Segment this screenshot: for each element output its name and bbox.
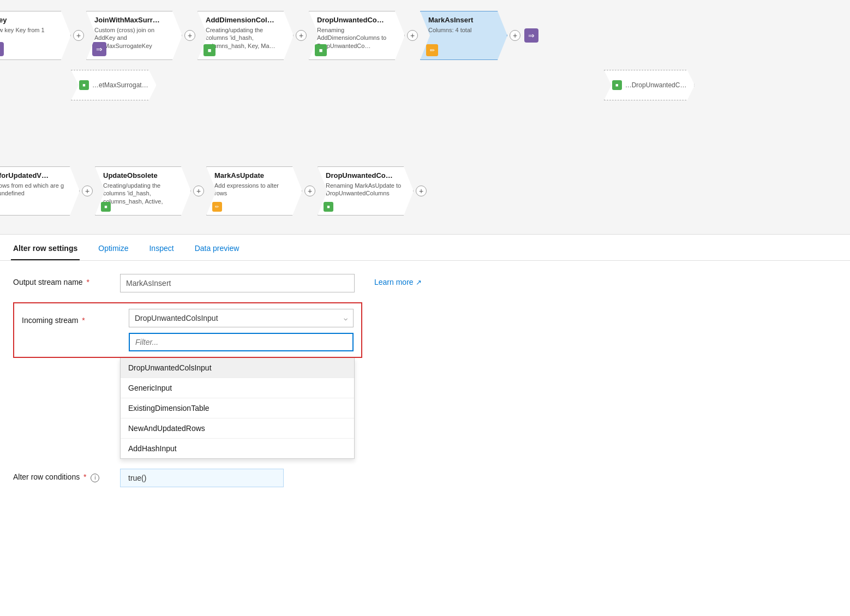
green-icon-branch1: ■ (79, 80, 89, 90)
incoming-stream-label: Incoming stream * (22, 312, 120, 325)
branch-row-1: ■ …etMaxSurrogat… ■ …DropUnwantedC… (71, 70, 695, 100)
dropdown-item-3[interactable]: NewAndUpdatedRows (121, 418, 354, 439)
plus-btn-2[interactable]: + (184, 30, 195, 41)
step-node-updateobsolete[interactable]: UpdateObsolete Creating/updating the col… (95, 166, 191, 216)
step-desc-markasinsert: Columns: 4 total (428, 26, 496, 34)
filter-input-row (22, 333, 354, 351)
dropdown-item-4[interactable]: AddHashInput (121, 439, 354, 458)
plus-btn-3[interactable]: + (296, 30, 307, 41)
plus-btn-1[interactable]: + (73, 30, 84, 41)
step-icon-dropunwanted3: ■ (324, 202, 333, 212)
step-node-forupdated[interactable]: …forUpdatedV… g rows from ed which are g… (0, 166, 80, 216)
form-area: Output stream name * Learn more ↗ Incomi… (0, 261, 850, 487)
step-node-markasinsert[interactable]: MarkAsInsert Columns: 4 total ✏ (420, 11, 507, 60)
branch-label-dropunwanted2: …DropUnwantedC… (625, 81, 687, 89)
step-icon-markasupdate: ✏ (212, 202, 222, 212)
step-title-markasinsert: MarkAsInsert (428, 16, 496, 24)
purple-icon-join: ⇒ (92, 42, 106, 56)
chevron-down-icon: ⌵ (344, 314, 348, 322)
branch-label-maxsurrogate: …etMaxSurrogat… (92, 81, 148, 89)
step-desc-forupdated: g rows from ed which are g in undefined (0, 182, 68, 198)
plus-btn-r2-2[interactable]: + (193, 186, 204, 196)
step-title-newkey: …ey (0, 16, 59, 24)
tab-inspect[interactable]: Inspect (147, 237, 176, 260)
step-node-dropunwanted1[interactable]: DropUnwantedCo… Renaming AddDimensionCol… (309, 11, 405, 60)
step-icon-dropunwanted1: ■ (315, 44, 327, 56)
incoming-stream-inner: Incoming stream * DropUnwantedColsInput … (13, 302, 362, 459)
dropdown-list: DropUnwantedColsInput GenericInput Exist… (120, 358, 355, 459)
step-title-joinwithmax: JoinWithMaxSurr… (94, 16, 171, 24)
purple-end-icon: ⇒ (524, 28, 538, 43)
info-icon: i (91, 474, 99, 482)
green-icon-updateobsolete: ■ (101, 202, 111, 212)
filter-input[interactable] (129, 333, 354, 351)
output-stream-input[interactable] (120, 274, 355, 292)
branch-node-maxsurrogate[interactable]: ■ …etMaxSurrogat… (71, 70, 157, 100)
plus-btn-r2-4[interactable]: + (416, 186, 427, 196)
step-icon-adddimension: ■ (203, 44, 216, 56)
row1-end-arrow: ⇒ (523, 11, 540, 60)
learn-more-link[interactable]: Learn more ↗ (374, 274, 422, 286)
dropdown-selected-value: DropUnwantedColsInput (135, 314, 218, 322)
green-icon-drop1: ■ (315, 44, 327, 56)
plus-btn-r2-1[interactable]: + (82, 186, 93, 196)
step-title-adddimension: AddDimensionCol… (206, 16, 282, 24)
plus-btn-4[interactable]: + (407, 30, 418, 41)
step-title-dropunwanted3: DropUnwantedCo… (326, 171, 402, 180)
plus-btn-r2-3[interactable]: + (304, 186, 315, 196)
step-node-dropunwanted3[interactable]: DropUnwantedCo… Renaming MarkAsUpdate to… (318, 166, 414, 216)
dropdown-item-2[interactable]: ExistingDimensionTable (121, 398, 354, 418)
output-stream-label: Output stream name * (13, 274, 111, 286)
tab-alter-row-settings[interactable]: Alter row settings (11, 237, 80, 260)
step-desc-adddimension: Creating/updating the columns 'id_hash, … (206, 26, 282, 50)
pipeline-row-1: …ey new key Key from 1 ⇒ + JoinWithMaxSu… (0, 11, 540, 60)
pipeline-row-2: …forUpdatedV… g rows from ed which are g… (0, 166, 429, 216)
output-stream-row: Output stream name * Learn more ↗ (13, 274, 837, 292)
incoming-stream-dropdown[interactable]: DropUnwantedColsInput ⌵ (129, 309, 354, 327)
step-icon-newkey: ⇒ (0, 42, 4, 56)
purple-icon: ⇒ (0, 42, 4, 56)
step-desc-dropunwanted1: Renaming AddDimensionColumns to DropUnwa… (317, 26, 393, 50)
orange-icon-markasupdate: ✏ (212, 202, 222, 212)
step-desc-markasupdate: Add expressions to alter rows (214, 182, 291, 198)
plus-btn-5[interactable]: + (510, 30, 520, 41)
step-desc-newkey: new key Key from 1 (0, 26, 59, 34)
step-icon-joinwithmax: ⇒ (92, 42, 106, 56)
dropdown-item-1[interactable]: GenericInput (121, 378, 354, 398)
green-icon-branch2: ■ (612, 80, 622, 90)
alter-row-conditions-value: true() (120, 469, 284, 487)
step-desc-updateobsolete: Creating/updating the columns 'id_hash, … (103, 182, 179, 205)
step-node-adddimension[interactable]: AddDimensionCol… Creating/updating the c… (197, 11, 294, 60)
pipeline-canvas: …ey new key Key from 1 ⇒ + JoinWithMaxSu… (0, 0, 850, 235)
incoming-stream-section: Incoming stream * DropUnwantedColsInput … (13, 302, 837, 459)
tabs-area: Alter row settings Optimize Inspect Data… (0, 235, 850, 261)
step-title-dropunwanted1: DropUnwantedCo… (317, 16, 393, 24)
step-title-markasupdate: MarkAsUpdate (214, 171, 291, 180)
alter-row-conditions-row: Alter row conditions * i true() (13, 469, 837, 487)
incoming-dropdown-row: Incoming stream * DropUnwantedColsInput … (22, 309, 354, 327)
step-node-markasupdate[interactable]: MarkAsUpdate Add expressions to alter ro… (206, 166, 302, 216)
step-desc-dropunwanted3: Renaming MarkAsUpdate to DropUnwantedCol… (326, 182, 402, 198)
incoming-stream-border-box: Incoming stream * DropUnwantedColsInput … (13, 302, 362, 358)
step-node-newkey[interactable]: …ey new key Key from 1 ⇒ (0, 11, 71, 60)
step-icon-updateobsolete: ■ (101, 202, 111, 212)
step-icon-markasinsert: ✏ (426, 44, 438, 56)
external-link-icon: ↗ (416, 278, 422, 286)
step-node-joinwithmax[interactable]: JoinWithMaxSurr… Custom (cross) join on … (86, 11, 182, 60)
step-title-forupdated: …forUpdatedV… (0, 171, 68, 180)
step-title-updateobsolete: UpdateObsolete (103, 171, 179, 180)
dropdown-item-0[interactable]: DropUnwantedColsInput (121, 358, 354, 378)
tab-optimize[interactable]: Optimize (96, 237, 130, 260)
branch-node-dropunwanted2[interactable]: ■ …DropUnwantedC… (604, 70, 695, 100)
green-icon-add: ■ (203, 44, 216, 56)
green-icon-drop3: ■ (324, 202, 333, 212)
orange-icon-mark: ✏ (426, 44, 438, 56)
tab-data-preview[interactable]: Data preview (193, 237, 242, 260)
alter-row-conditions-label: Alter row conditions * i (13, 469, 111, 482)
